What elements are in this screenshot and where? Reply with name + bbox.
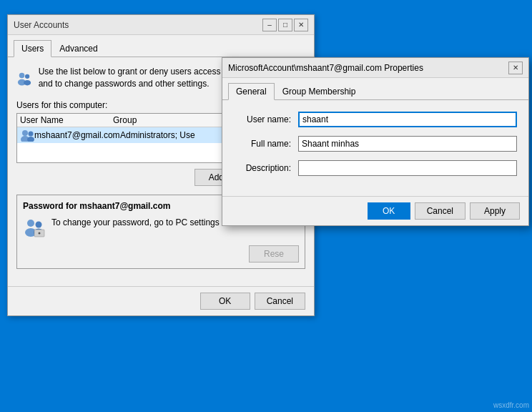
user-row-name: mshaant7@gmail.com (34, 130, 120, 140)
users-window-tabs: Users Advanced (8, 35, 314, 57)
properties-close-button[interactable]: ✕ (508, 62, 523, 74)
user-accounts-footer: OK Cancel (8, 286, 314, 315)
properties-title: MicrosoftAccount\mshaant7@gmail.com Prop… (228, 63, 423, 73)
description-input[interactable] (298, 160, 517, 176)
tab-group-membership[interactable]: Group Membership (275, 83, 364, 100)
svg-point-4 (22, 130, 28, 136)
properties-footer: OK Cancel Apply (222, 196, 528, 225)
svg-point-2 (25, 74, 29, 79)
tab-general[interactable]: General (228, 83, 275, 100)
properties-dialog: MicrosoftAccount\mshaant7@gmail.com Prop… (222, 57, 529, 226)
svg-point-6 (29, 132, 34, 137)
reset-btn-row: Rese (23, 245, 299, 263)
column-username: User Name (20, 115, 113, 125)
svg-point-0 (19, 73, 25, 79)
properties-tabs: General Group Membership (222, 78, 528, 100)
description-label: Description: (234, 163, 298, 173)
user-accounts-title: User Accounts (14, 20, 69, 30)
svg-point-13 (39, 232, 41, 235)
minimize-button[interactable]: – (262, 19, 277, 31)
watermark: wsxdfr.com (493, 401, 529, 409)
tab-users[interactable]: Users (14, 40, 51, 57)
password-icon (23, 217, 46, 240)
close-button[interactable]: ✕ (294, 19, 308, 31)
properties-titlebar: MicrosoftAccount\mshaant7@gmail.com Prop… (222, 58, 528, 78)
fullname-input[interactable] (298, 136, 517, 152)
username-input[interactable] (298, 112, 517, 127)
svg-point-3 (24, 80, 31, 86)
password-text: To change your password, go to PC settin… (51, 217, 231, 229)
maximize-button[interactable]: □ (278, 19, 292, 31)
reset-button[interactable]: Rese (249, 245, 299, 263)
properties-apply-button[interactable]: Apply (470, 202, 520, 220)
fullname-row: Full name: (234, 136, 517, 152)
svg-point-10 (36, 222, 42, 228)
user-accounts-icon (16, 66, 33, 92)
titlebar-controls: – □ ✕ (262, 19, 308, 31)
ok-button[interactable]: OK (200, 293, 250, 310)
svg-point-8 (27, 220, 34, 227)
properties-content: User name: Full name: Description: (222, 100, 528, 196)
user-accounts-titlebar: User Accounts – □ ✕ (8, 15, 314, 35)
username-label: User name: (234, 114, 298, 124)
properties-titlebar-controls: ✕ (508, 62, 523, 74)
description-row: Description: (234, 160, 517, 176)
properties-cancel-button[interactable]: Cancel (415, 202, 466, 220)
tab-advanced[interactable]: Advanced (51, 40, 105, 57)
properties-ok-button[interactable]: OK (368, 202, 410, 220)
cancel-button[interactable]: Cancel (255, 293, 305, 310)
username-row: User name: (234, 112, 517, 127)
fullname-label: Full name: (234, 139, 298, 149)
user-row-icon (20, 129, 34, 142)
